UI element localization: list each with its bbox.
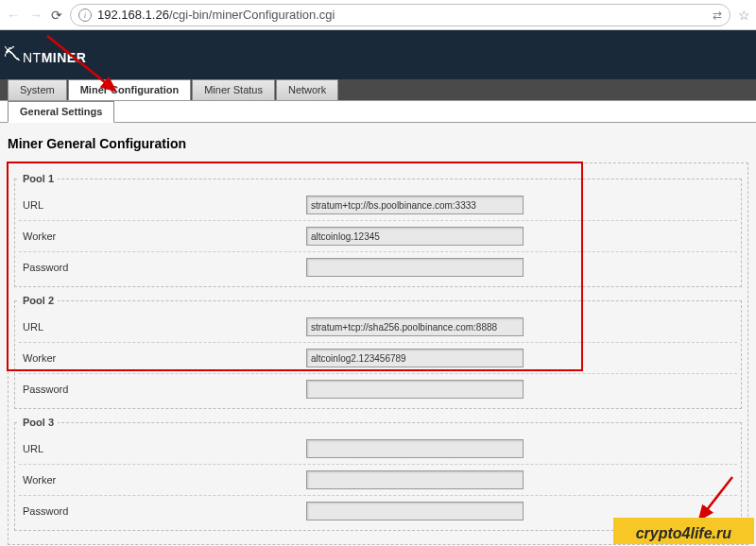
pool-3-password-label: Password [23,505,306,517]
browser-toolbar: ← → ⟳ i 192.168.1.26/cgi-bin/minerConfig… [0,0,756,30]
pool-3-url-label: URL [23,443,306,454]
pool-2-url-input[interactable] [306,317,524,336]
tab-network[interactable]: Network [276,79,338,100]
pool-1-password-label: Password [23,262,306,273]
content: Miner General Configuration Pool 1 URL W… [0,123,756,546]
pool-3-worker-input[interactable] [306,470,524,489]
pool-2-url-label: URL [23,321,306,333]
subtab-general-settings[interactable]: General Settings [8,101,114,123]
pool-2-worker-input[interactable] [306,349,524,367]
pool-3-worker-label: Worker [23,474,306,486]
main-tabs: System Miner Configuration Miner Status … [0,79,756,101]
pool-1-url-input[interactable] [306,196,524,214]
pool-2-password-input[interactable] [306,380,524,399]
sub-tabs: General Settings [0,101,756,123]
pool-1-worker-label: Worker [23,230,306,242]
pools-container: Pool 1 URL Worker Password Pool 2 URL Wo… [8,162,748,545]
translate-icon[interactable]: ⇄ [713,9,722,22]
logo-icon: ⛏ [4,45,21,65]
pool-3-password-input[interactable] [306,502,524,520]
pool-2-password-label: Password [23,384,306,395]
pool-2-legend: Pool 2 [19,295,58,306]
page-title: Miner General Configuration [8,136,748,151]
pool-2-worker-label: Worker [23,352,306,364]
pool-1: Pool 1 URL Worker Password [14,173,742,287]
pool-3-legend: Pool 3 [19,417,58,428]
pool-3-url-input[interactable] [306,439,524,458]
tab-miner-configuration[interactable]: Miner Configuration [68,79,192,100]
reload-icon[interactable]: ⟳ [51,8,62,23]
url-text: 192.168.1.26/cgi-bin/minerConfiguration.… [97,8,335,22]
back-icon[interactable]: ← [6,8,21,23]
pool-1-legend: Pool 1 [19,173,58,184]
logo: ⛏ NTMINER [4,45,86,65]
info-icon[interactable]: i [78,9,92,22]
pool-3: Pool 3 URL Worker Password [14,417,742,531]
pool-1-worker-input[interactable] [306,227,524,246]
forward-icon[interactable]: → [28,8,43,23]
app-header: ⛏ NTMINER [0,30,756,79]
address-bar[interactable]: i 192.168.1.26/cgi-bin/minerConfiguratio… [70,4,730,26]
pool-2: Pool 2 URL Worker Password [14,295,742,409]
pool-1-url-label: URL [23,199,306,211]
tab-miner-status[interactable]: Miner Status [192,79,275,100]
pool-1-password-input[interactable] [306,258,524,277]
tab-system[interactable]: System [8,79,67,100]
watermark: crypto4life.ru [613,518,754,544]
bookmark-star-icon[interactable]: ☆ [738,8,750,23]
